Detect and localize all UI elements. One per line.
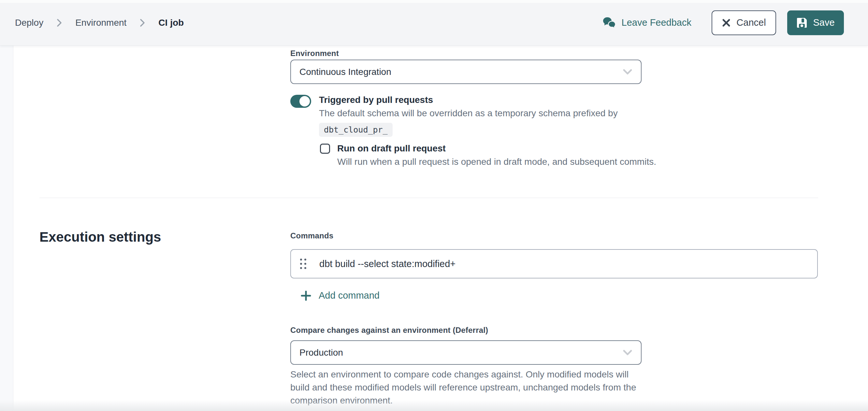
leave-feedback-button[interactable]: Leave Feedback [603,17,691,29]
command-row[interactable]: dbt build --select state:modified+ [290,249,818,279]
deferral-select[interactable]: Production [290,340,642,365]
draft-pr-checkbox[interactable] [320,144,330,154]
breadcrumb-item-ci-job: CI job [158,18,184,28]
schema-prefix-code: dbt_cloud_pr_ [319,123,393,137]
leave-feedback-label: Leave Feedback [622,17,691,28]
pr-trigger-description: The default schema will be overridden as… [319,107,618,120]
chevron-right-icon [139,18,146,28]
chevron-down-icon [622,349,633,356]
ci-job-settings-screen: Deploy Environment CI job Leave Feedback [0,0,868,411]
toggle-knob [300,96,310,106]
plus-icon [301,290,311,301]
deferral-select-value: Production [300,347,343,358]
execution-settings-title: Execution settings [39,229,161,245]
close-icon [722,18,731,27]
section-divider [39,198,818,198]
environment-select[interactable]: Continuous Integration [290,60,642,84]
pr-trigger-title: Triggered by pull requests [319,93,618,106]
add-command-button[interactable]: Add command [301,290,380,301]
header-actions: Leave Feedback Cancel [603,10,844,35]
breadcrumb-item-environment[interactable]: Environment [75,18,126,28]
add-command-label: Add command [319,290,380,301]
drag-handle-icon[interactable] [300,259,306,269]
chevron-right-icon [56,18,63,28]
pr-trigger-toggle[interactable] [290,95,311,108]
draft-pr-title: Run on draft pull request [337,142,656,155]
draft-pr-description: Will run when a pull request is opened i… [337,155,656,168]
cancel-button[interactable]: Cancel [712,10,776,35]
bottom-fade [0,400,868,411]
environment-label: Environment [290,49,339,58]
cancel-label: Cancel [736,17,766,28]
pr-trigger-row: Triggered by pull requests The default s… [290,93,618,137]
environment-select-value: Continuous Integration [300,67,391,77]
command-input[interactable]: dbt build --select state:modified+ [319,259,808,269]
comments-icon [603,17,617,29]
save-button[interactable]: Save [787,10,844,35]
chevron-down-icon [622,68,633,75]
save-label: Save [813,17,834,28]
page-header: Deploy Environment CI job Leave Feedback [0,0,868,45]
deferral-label: Compare changes against an environment (… [290,326,488,335]
commands-label: Commands [290,231,333,240]
left-gutter [0,45,13,411]
breadcrumb: Deploy Environment CI job [15,18,184,28]
breadcrumb-item-deploy[interactable]: Deploy [15,18,43,28]
save-icon [796,17,807,28]
draft-pr-row: Run on draft pull request Will run when … [320,142,656,168]
